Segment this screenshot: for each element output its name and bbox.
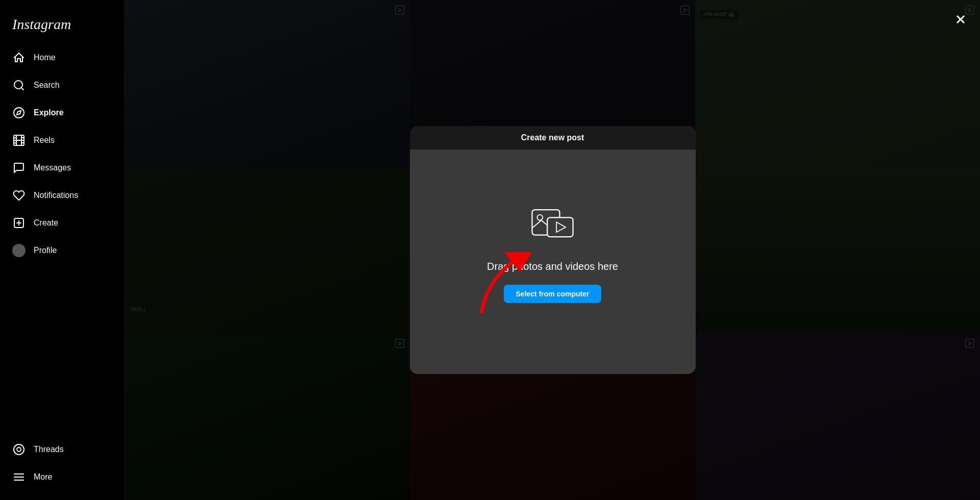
nav-item-explore[interactable]: Explore (6, 100, 118, 126)
nav-item-notifications[interactable]: Notifications (6, 183, 118, 208)
nav-item-threads[interactable]: Threads (6, 437, 118, 462)
main-content: ग़रीब आदमी 🤠 idebu (125, 0, 980, 500)
svg-point-2 (14, 108, 24, 118)
sidebar-bottom: Threads More (6, 437, 118, 492)
instagram-logo[interactable]: Instagram (6, 8, 118, 45)
modal-title: Create new post (410, 126, 696, 149)
svg-point-33 (537, 215, 543, 220)
heart-icon (12, 189, 26, 202)
messages-icon (12, 161, 26, 174)
nav-item-home[interactable]: Home (6, 45, 118, 70)
red-arrow-svg (471, 252, 532, 318)
modal-backdrop[interactable]: Create new post (125, 0, 980, 500)
nav-item-more[interactable]: More (6, 464, 118, 490)
nav-item-messages[interactable]: Messages (6, 155, 118, 181)
create-icon (12, 216, 26, 230)
nav-item-profile[interactable]: Profile (6, 238, 118, 263)
close-button[interactable] (951, 10, 970, 29)
more-icon (12, 470, 26, 484)
main-navigation: Home Search Explore Reels (6, 45, 118, 265)
svg-marker-3 (17, 111, 21, 115)
svg-rect-34 (547, 217, 573, 237)
explore-icon (12, 106, 26, 119)
upload-media-icon (530, 201, 576, 248)
threads-icon (12, 443, 26, 456)
upload-icon-container (530, 201, 576, 248)
red-arrow-container (471, 252, 532, 320)
nav-item-reels[interactable]: Reels (6, 128, 118, 153)
nav-item-create[interactable]: Create (6, 210, 118, 236)
create-post-modal: Create new post (410, 126, 696, 374)
svg-line-1 (21, 88, 23, 90)
nav-item-search[interactable]: Search (6, 72, 118, 98)
search-icon (12, 79, 26, 92)
modal-body: Drag photos and videos here Select from … (410, 149, 696, 374)
home-icon (12, 51, 26, 64)
sidebar: Instagram Home Search Explore (0, 0, 125, 500)
profile-icon (12, 244, 26, 257)
reels-icon (12, 134, 26, 147)
